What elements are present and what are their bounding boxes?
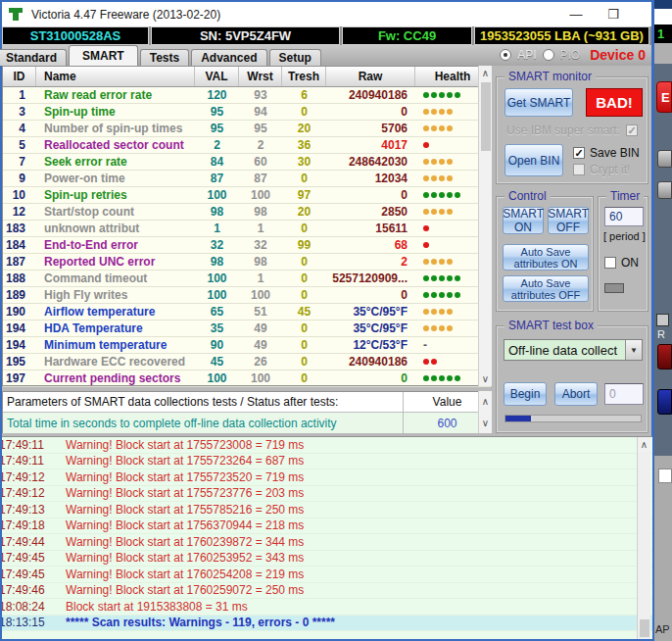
test-type-dropdown[interactable]: Off-line data collect ▼ [504, 339, 643, 361]
behind-gray-button[interactable] [657, 181, 672, 199]
smart-on-button[interactable]: SMART ON [503, 207, 544, 234]
api-label: API [517, 48, 536, 62]
table-row[interactable]: 3Spin-up time959400 [3, 104, 491, 121]
params-panel: Parameters of SMART data collections tes… [2, 391, 492, 433]
attr-id: 187 [3, 254, 36, 270]
attr-tresh: 0 [282, 171, 326, 186]
attr-val: 98 [195, 204, 239, 220]
log-line: 17:49:45Warning! Block start at 17602542… [2, 567, 652, 583]
ibm-super-smart-checkbox[interactable] [626, 124, 638, 136]
table-row[interactable]: 194HDA Temperature3549035°C/95°F [3, 320, 491, 337]
pio-radio[interactable] [543, 49, 554, 61]
timer-on-checkbox[interactable] [604, 257, 616, 269]
log-message: Warning! Block start at 1755723520 = 719… [54, 470, 304, 484]
behind-darkblue-button[interactable] [657, 389, 672, 415]
scroll-up-icon[interactable]: ∧ [638, 437, 650, 452]
open-bin-button[interactable]: Open BIN [504, 144, 563, 176]
table-row[interactable]: 7Seek error rate846030248642030 [3, 154, 491, 171]
behind-gray-button[interactable] [657, 150, 672, 168]
table-row[interactable]: 195Hardware ECC recovered45260240940186 [3, 354, 491, 370]
table-row[interactable]: 5Reallocated sector count22364017 [3, 137, 491, 154]
attr-tresh: 20 [282, 204, 326, 220]
log-line: 17:49:44Warning! Block start at 17602398… [2, 534, 652, 551]
api-radio[interactable] [500, 49, 511, 61]
autosave-on-button[interactable]: Auto Save attributes ON [503, 244, 589, 271]
smart-off-button[interactable]: SMART OFF [548, 207, 589, 234]
chevron-down-icon[interactable]: ▼ [625, 340, 642, 360]
scroll-down-icon[interactable]: ∨ [479, 413, 492, 433]
attr-wrst: 1 [239, 221, 282, 236]
behind-red-button[interactable]: E [656, 81, 672, 113]
attr-wrst: 87 [239, 171, 282, 186]
smart-attribute-table: ID Name VAL Wrst Tresh Raw Health 1Raw r… [2, 66, 492, 386]
attr-name: unknown attribut [36, 221, 195, 236]
scroll-thumb[interactable] [640, 619, 649, 637]
scroll-down-icon[interactable]: ∨ [479, 371, 492, 386]
timer-group: Timer [ period ] ON [598, 196, 648, 312]
scroll-up-icon[interactable]: ∧ [479, 66, 492, 80]
table-row[interactable]: 9Power-on time8787012034 [3, 171, 491, 187]
table-row[interactable]: 10Spin-up retries100100970 [3, 187, 491, 204]
device-label: Device 0 [590, 47, 646, 63]
smart-status-badge: BAD! [586, 88, 643, 117]
attr-raw: 12034 [326, 171, 415, 186]
col-id: ID [3, 67, 36, 86]
get-smart-button[interactable]: Get SMART [504, 88, 573, 117]
table-row[interactable]: 183unknown attribut11015611 [3, 221, 491, 237]
tab-advanced[interactable]: Advanced [191, 49, 266, 66]
attr-name: Reallocated sector count [36, 137, 195, 153]
minimize-icon[interactable]: — [569, 7, 583, 22]
tab-standard[interactable]: Standard [0, 49, 67, 66]
attr-tresh: 0 [282, 104, 326, 120]
drive-info-bar: ST31000528AS SN: 5VP5Z4FW Fw: CC49 19535… [2, 26, 651, 45]
table-row[interactable]: 12Start/stop count9898202850 [3, 204, 491, 221]
table-row[interactable]: 190Airflow temperature65514535°C/95°F [3, 304, 491, 320]
attr-id: 4 [3, 121, 36, 136]
crypt-checkbox[interactable] [573, 164, 585, 175]
scroll-thumb[interactable] [481, 82, 491, 151]
attr-id: 184 [3, 237, 36, 253]
table-scrollbar[interactable]: ∧ ∨ [478, 66, 492, 386]
log-line: 18:08:24Block start at 1915383808 = 31 m… [2, 599, 652, 616]
log-line: 17:49:13Warning! Block start at 17557852… [2, 502, 652, 518]
tab-smart[interactable]: SMART [69, 45, 138, 66]
table-row[interactable]: 188Command timeout100105257120909... [3, 271, 491, 287]
table-row[interactable]: 194Minimum temperature9049012°C/53°F- [3, 337, 491, 354]
table-row[interactable]: 189High Fly writes10010000 [3, 287, 491, 304]
scroll-up-icon[interactable]: ∧ [479, 391, 492, 412]
maximize-icon[interactable]: ❒ [606, 7, 620, 22]
table-row[interactable]: 187Reported UNC error989802 [3, 254, 491, 271]
timer-period-input[interactable] [604, 207, 644, 226]
table-row[interactable]: 4Number of spin-up times9595205706 [3, 121, 491, 137]
table-row[interactable]: 197Current pending sectors10010000 [3, 370, 491, 387]
tab-tests[interactable]: Tests [140, 49, 189, 66]
attr-val: 100 [195, 370, 239, 386]
abort-button[interactable]: Abort [554, 382, 598, 406]
table-row[interactable]: 1Raw read error rate120936240940186 [3, 87, 491, 104]
attr-id: 5 [3, 137, 36, 153]
behind-checkbox[interactable] [656, 314, 669, 326]
params-row[interactable]: Total time in seconds to complete off-li… [3, 413, 491, 433]
attr-name: High Fly writes [36, 287, 195, 303]
tab-setup[interactable]: Setup [269, 49, 321, 66]
begin-button[interactable]: Begin [504, 382, 547, 406]
behind-darkred-button[interactable] [657, 344, 672, 370]
log-message: Warning! Block start at 1760253952 = 343… [54, 551, 304, 565]
save-bin-checkbox[interactable] [573, 147, 585, 159]
attr-tresh: 0 [282, 370, 326, 386]
attr-name: Airflow temperature [36, 304, 195, 320]
attr-val: 100 [195, 287, 239, 303]
log-timestamp: 17:49:46 [2, 583, 54, 597]
event-log[interactable]: 17:49:11Warning! Block start at 17557230… [2, 436, 652, 639]
title-bar[interactable]: Victoria 4.47 Freeware (2013-02-20) — ❒ [2, 2, 651, 26]
attr-tresh: 6 [282, 87, 326, 103]
autosave-off-button[interactable]: Auto Save attributes OFF [503, 275, 589, 302]
control-group: Control SMART ON SMART OFF Auto Save att… [496, 196, 594, 312]
table-row[interactable]: 184End-to-End error32329968 [3, 237, 491, 254]
test-counter-field[interactable] [604, 383, 644, 405]
params-scrollbar[interactable]: ∧ ∨ [478, 391, 492, 433]
log-timestamp: 17:49:45 [2, 551, 54, 565]
log-scrollbar[interactable]: ∧ [637, 437, 650, 639]
group-title: Control [504, 189, 551, 203]
attr-val: 45 [195, 354, 239, 370]
